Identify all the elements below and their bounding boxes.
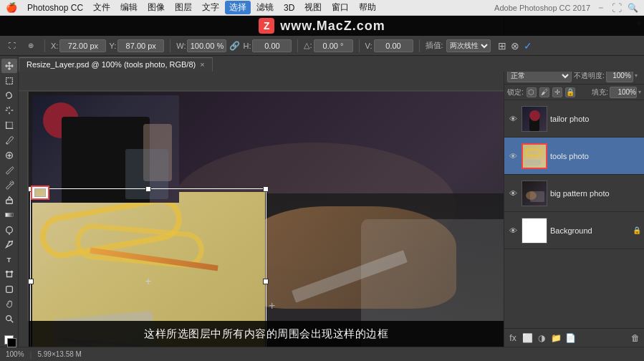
layer-visibility-tailor[interactable]: 👁 xyxy=(507,113,519,125)
tool-lasso[interactable] xyxy=(1,89,17,103)
tool-crop[interactable] xyxy=(1,118,17,133)
tool-heal[interactable] xyxy=(1,148,17,163)
tool-dodge[interactable] xyxy=(1,223,17,237)
layer-panel-footer: fx ⬜ ◑ 📁 📄 🗑 xyxy=(504,328,644,347)
interpolation-select[interactable]: 两次线性 两次立方 最邻近 xyxy=(446,39,491,52)
menu-help[interactable]: 帮助 xyxy=(355,1,380,14)
menu-edit[interactable]: 编辑 xyxy=(116,1,142,14)
tool-magic-wand[interactable] xyxy=(1,103,17,117)
tool-move[interactable] xyxy=(1,59,17,73)
h-input[interactable] xyxy=(252,39,292,52)
layer-item-big[interactable]: 👁 big pattern photo xyxy=(504,175,644,212)
delete-layer-btn[interactable]: 🗑 xyxy=(630,332,641,344)
menu-right-controls: Adobe Photoshop CC 2017 － ⛶ 🔍 xyxy=(494,1,638,14)
status-info: 5.99×13.58 M xyxy=(37,350,81,358)
layer-visibility-big[interactable]: 👁 xyxy=(507,188,519,199)
new-layer-btn[interactable]: 📄 xyxy=(564,332,576,344)
fill-chevron[interactable]: ▾ xyxy=(638,89,641,95)
menu-image[interactable]: 图像 xyxy=(143,1,169,14)
search-icon[interactable]: 🔍 xyxy=(628,3,638,13)
sep5 xyxy=(419,39,420,52)
transform-ref-btn[interactable]: ⊕ xyxy=(23,38,39,54)
add-style-btn[interactable]: fx xyxy=(507,332,519,344)
transform-new-btn[interactable]: ⛶ xyxy=(4,38,20,54)
document-tab[interactable]: Resize_Layer.psd @ 100% (tools photo, RG… xyxy=(19,57,213,72)
watermark-bar: Z www.MacZ.com xyxy=(0,16,644,36)
lock-row: 锁定: ⬡ 🖌 ✛ 🔒 填充: ▾ xyxy=(504,85,644,100)
menu-layer[interactable]: 图层 xyxy=(170,1,196,14)
menu-3d[interactable]: 3D xyxy=(279,2,299,14)
w-label: W: xyxy=(176,42,186,50)
y-input[interactable] xyxy=(117,39,164,52)
svg-rect-21 xyxy=(6,286,12,292)
tool-clone-stamp[interactable] xyxy=(1,178,17,192)
sep3 xyxy=(297,39,298,52)
confirm-transform-btn[interactable]: ✓ xyxy=(524,40,532,52)
lock-all-btn[interactable]: 🔒 xyxy=(565,87,575,97)
fill-label: 填充: xyxy=(592,87,608,97)
svg-line-23 xyxy=(10,320,13,323)
layer-visibility-tools[interactable]: 👁 xyxy=(507,150,519,162)
tool-eraser[interactable] xyxy=(1,193,17,207)
layer-visibility-bg[interactable]: 👁 xyxy=(507,225,519,236)
tool-eyedropper[interactable] xyxy=(1,133,17,148)
tool-brush[interactable] xyxy=(1,163,17,178)
tool-hand[interactable] xyxy=(1,297,17,312)
v-input[interactable] xyxy=(374,39,413,52)
lock-transparent-btn[interactable]: ⬡ xyxy=(527,87,537,97)
foreground-color[interactable] xyxy=(1,332,17,347)
lock-pixels-btn[interactable]: 🖌 xyxy=(539,87,549,97)
svg-point-19 xyxy=(5,271,8,274)
menu-type[interactable]: 文字 xyxy=(198,1,224,14)
layer-name-big: big pattern photo xyxy=(550,189,641,198)
svg-line-8 xyxy=(6,143,7,144)
y-label: Y: xyxy=(109,42,116,50)
menu-view[interactable]: 视图 xyxy=(300,1,326,14)
new-adjustment-btn[interactable]: ◑ xyxy=(536,332,547,344)
h-label: H: xyxy=(243,42,251,50)
svg-point-17 xyxy=(8,241,10,244)
layer-name-tools: tools photo xyxy=(550,152,641,160)
add-mask-btn[interactable]: ⬜ xyxy=(522,332,533,344)
warp-icon[interactable]: ⊞ xyxy=(498,40,506,52)
w-input[interactable] xyxy=(187,39,226,52)
tab-close-icon[interactable]: × xyxy=(200,60,204,69)
ruler-horizontal xyxy=(19,82,504,92)
menu-file[interactable]: 文件 xyxy=(89,1,115,14)
background-lock-icon: 🔒 xyxy=(633,226,641,234)
layer-name-bg: Background xyxy=(550,226,630,235)
menu-photoshop[interactable]: Photoshop CC xyxy=(23,2,87,14)
window-minimize-icon[interactable]: － xyxy=(596,1,606,14)
tool-zoom[interactable] xyxy=(1,312,17,327)
layer-thumbnail-indicator xyxy=(31,186,49,200)
ruler-vertical xyxy=(19,92,29,321)
interp-label: 插值: xyxy=(426,40,443,51)
chain-icon[interactable]: 🔗 xyxy=(229,41,240,51)
menu-window[interactable]: 窗口 xyxy=(327,1,353,14)
menu-select[interactable]: 选择 xyxy=(225,1,251,14)
svg-rect-13 xyxy=(6,200,12,203)
tool-marquee[interactable] xyxy=(1,74,17,88)
x-field: X: xyxy=(51,39,106,52)
cancel-transform-btn[interactable]: ⊗ xyxy=(511,40,519,52)
menu-filter[interactable]: 滤镜 xyxy=(252,1,278,14)
layer-item-tools[interactable]: 👁 tools photo xyxy=(504,138,644,175)
left-toolbar: T xyxy=(0,56,19,347)
layers-list: 👁 tailor photo 👁 tools photo 👁 xyxy=(504,100,644,249)
svg-point-20 xyxy=(10,271,13,274)
apple-logo-icon[interactable]: 🍎 xyxy=(6,2,17,14)
tool-gradient[interactable] xyxy=(1,208,17,222)
layer-item-background[interactable]: 👁 Background 🔒 xyxy=(504,212,644,249)
x-input[interactable] xyxy=(59,39,106,52)
lock-position-btn[interactable]: ✛ xyxy=(552,87,562,97)
layer-item-tailor[interactable]: 👁 tailor photo xyxy=(504,100,644,138)
opacity-chevron[interactable]: ▾ xyxy=(635,72,638,79)
window-fullscreen-icon[interactable]: ⛶ xyxy=(612,2,622,14)
tool-pen[interactable] xyxy=(1,238,17,252)
rotation-input[interactable] xyxy=(314,39,353,52)
tool-path-select[interactable] xyxy=(1,267,17,281)
tool-type[interactable]: T xyxy=(1,252,17,266)
fill-input[interactable] xyxy=(610,87,637,98)
tool-shape[interactable] xyxy=(1,282,17,297)
new-group-btn[interactable]: 📁 xyxy=(550,332,562,344)
